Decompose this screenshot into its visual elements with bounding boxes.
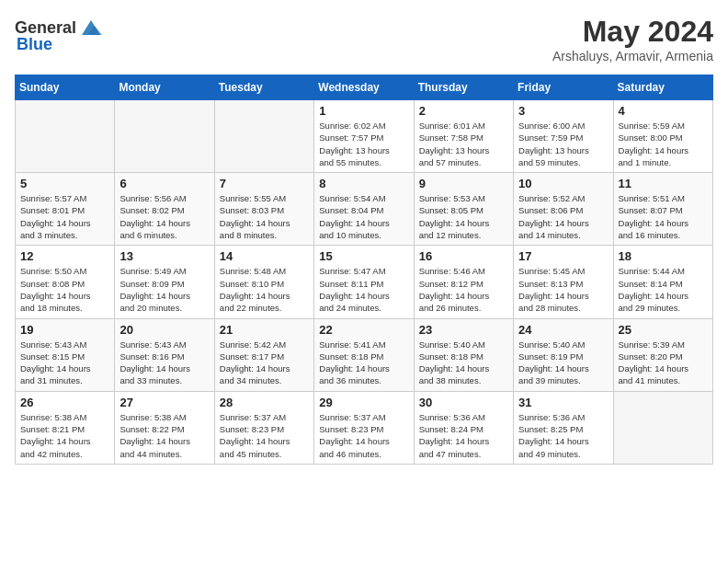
calendar-cell: 14Sunrise: 5:48 AM Sunset: 8:10 PM Dayli… [214, 246, 313, 318]
calendar-cell: 18Sunrise: 5:44 AM Sunset: 8:14 PM Dayli… [613, 246, 712, 318]
logo: General Blue [15, 15, 104, 54]
day-info: Sunrise: 6:01 AM Sunset: 7:58 PM Dayligh… [419, 120, 508, 168]
day-info: Sunrise: 5:52 AM Sunset: 8:06 PM Dayligh… [518, 192, 608, 241]
day-info: Sunrise: 5:38 AM Sunset: 8:22 PM Dayligh… [119, 411, 209, 460]
day-number: 11 [619, 177, 708, 190]
weekday-header-friday: Friday [514, 75, 613, 100]
day-number: 18 [619, 249, 708, 263]
calendar-cell: 15Sunrise: 5:47 AM Sunset: 8:11 PM Dayli… [314, 246, 414, 318]
calendar-week-row: 1Sunrise: 6:02 AM Sunset: 7:57 PM Daylig… [16, 100, 713, 173]
weekday-header-monday: Monday [115, 75, 214, 100]
day-number: 8 [319, 177, 408, 190]
calendar-cell: 9Sunrise: 5:53 AM Sunset: 8:05 PM Daylig… [414, 173, 513, 246]
calendar-cell: 11Sunrise: 5:51 AM Sunset: 8:07 PM Dayli… [613, 173, 712, 246]
day-info: Sunrise: 5:49 AM Sunset: 8:09 PM Dayligh… [119, 265, 209, 314]
calendar-cell: 7Sunrise: 5:55 AM Sunset: 8:03 PM Daylig… [214, 173, 313, 246]
day-number: 15 [319, 249, 408, 263]
day-info: Sunrise: 5:45 AM Sunset: 8:13 PM Dayligh… [518, 265, 608, 314]
day-number: 12 [20, 249, 109, 263]
day-info: Sunrise: 5:36 AM Sunset: 8:24 PM Dayligh… [419, 411, 508, 460]
calendar-header-row: SundayMondayTuesdayWednesdayThursdayFrid… [16, 75, 713, 100]
day-info: Sunrise: 5:38 AM Sunset: 8:21 PM Dayligh… [20, 411, 109, 460]
calendar-cell: 17Sunrise: 5:45 AM Sunset: 8:13 PM Dayli… [514, 246, 613, 318]
day-info: Sunrise: 5:57 AM Sunset: 8:01 PM Dayligh… [20, 192, 109, 241]
day-number: 5 [20, 177, 109, 190]
day-number: 28 [220, 396, 309, 409]
day-number: 29 [319, 396, 408, 409]
day-number: 6 [119, 177, 209, 190]
day-info: Sunrise: 5:51 AM Sunset: 8:07 PM Dayligh… [619, 192, 708, 241]
calendar-cell: 30Sunrise: 5:36 AM Sunset: 8:24 PM Dayli… [414, 391, 513, 464]
location-subtitle: Arshaluys, Armavir, Armenia [552, 49, 713, 63]
day-number: 25 [619, 323, 708, 337]
day-number: 22 [319, 323, 408, 337]
month-year-title: May 2024 [552, 15, 713, 49]
day-info: Sunrise: 5:48 AM Sunset: 8:10 PM Dayligh… [220, 265, 309, 314]
day-info: Sunrise: 5:40 AM Sunset: 8:18 PM Dayligh… [419, 339, 508, 387]
day-info: Sunrise: 5:42 AM Sunset: 8:17 PM Dayligh… [220, 339, 309, 387]
day-info: Sunrise: 5:39 AM Sunset: 8:20 PM Dayligh… [619, 339, 708, 387]
day-number: 9 [419, 177, 508, 190]
day-info: Sunrise: 5:47 AM Sunset: 8:11 PM Dayligh… [319, 265, 408, 314]
day-number: 13 [119, 249, 209, 263]
day-number: 2 [419, 104, 508, 118]
calendar-cell: 12Sunrise: 5:50 AM Sunset: 8:08 PM Dayli… [16, 246, 115, 318]
calendar-cell: 28Sunrise: 5:37 AM Sunset: 8:23 PM Dayli… [214, 391, 313, 464]
weekday-header-tuesday: Tuesday [214, 75, 313, 100]
calendar-cell: 24Sunrise: 5:40 AM Sunset: 8:19 PM Dayli… [514, 318, 613, 391]
calendar-cell [613, 391, 712, 464]
day-number: 20 [119, 323, 209, 337]
day-number: 7 [220, 177, 309, 190]
day-info: Sunrise: 5:54 AM Sunset: 8:04 PM Dayligh… [319, 192, 408, 241]
calendar-cell: 27Sunrise: 5:38 AM Sunset: 8:22 PM Dayli… [115, 391, 214, 464]
logo-icon [78, 15, 104, 40]
calendar-cell [16, 100, 115, 173]
calendar-cell: 2Sunrise: 6:01 AM Sunset: 7:58 PM Daylig… [414, 100, 513, 173]
weekday-header-wednesday: Wednesday [314, 75, 414, 100]
calendar-cell [214, 100, 313, 173]
calendar-cell: 23Sunrise: 5:40 AM Sunset: 8:18 PM Dayli… [414, 318, 513, 391]
day-number: 24 [518, 323, 608, 337]
calendar-cell: 21Sunrise: 5:42 AM Sunset: 8:17 PM Dayli… [214, 318, 313, 391]
calendar-week-row: 19Sunrise: 5:43 AM Sunset: 8:15 PM Dayli… [16, 318, 713, 391]
day-number: 17 [518, 249, 608, 263]
calendar-cell: 22Sunrise: 5:41 AM Sunset: 8:18 PM Dayli… [314, 318, 414, 391]
day-info: Sunrise: 5:59 AM Sunset: 8:00 PM Dayligh… [619, 120, 708, 168]
calendar-cell: 1Sunrise: 6:02 AM Sunset: 7:57 PM Daylig… [314, 100, 414, 173]
calendar-cell: 29Sunrise: 5:37 AM Sunset: 8:23 PM Dayli… [314, 391, 414, 464]
calendar-cell: 16Sunrise: 5:46 AM Sunset: 8:12 PM Dayli… [414, 246, 513, 318]
day-number: 16 [419, 249, 508, 263]
day-info: Sunrise: 6:00 AM Sunset: 7:59 PM Dayligh… [518, 120, 608, 168]
weekday-header-thursday: Thursday [414, 75, 513, 100]
day-number: 19 [20, 323, 109, 337]
calendar-cell: 5Sunrise: 5:57 AM Sunset: 8:01 PM Daylig… [16, 173, 115, 246]
day-info: Sunrise: 5:43 AM Sunset: 8:16 PM Dayligh… [119, 339, 209, 387]
title-area: May 2024 Arshaluys, Armavir, Armenia [552, 15, 713, 63]
calendar-cell: 3Sunrise: 6:00 AM Sunset: 7:59 PM Daylig… [514, 100, 613, 173]
day-number: 3 [518, 104, 608, 118]
day-number: 26 [20, 396, 109, 409]
day-number: 14 [220, 249, 309, 263]
calendar-cell: 4Sunrise: 5:59 AM Sunset: 8:00 PM Daylig… [613, 100, 712, 173]
day-info: Sunrise: 5:37 AM Sunset: 8:23 PM Dayligh… [220, 411, 309, 460]
calendar-cell: 26Sunrise: 5:38 AM Sunset: 8:21 PM Dayli… [16, 391, 115, 464]
weekday-header-saturday: Saturday [613, 75, 712, 100]
day-number: 23 [419, 323, 508, 337]
day-info: Sunrise: 5:55 AM Sunset: 8:03 PM Dayligh… [220, 192, 309, 241]
day-info: Sunrise: 5:40 AM Sunset: 8:19 PM Dayligh… [518, 339, 608, 387]
calendar-cell [115, 100, 214, 173]
calendar-cell: 10Sunrise: 5:52 AM Sunset: 8:06 PM Dayli… [514, 173, 613, 246]
day-info: Sunrise: 5:41 AM Sunset: 8:18 PM Dayligh… [319, 339, 408, 387]
header: General Blue May 2024 Arshaluys, Armavir… [15, 15, 713, 63]
day-info: Sunrise: 5:50 AM Sunset: 8:08 PM Dayligh… [20, 265, 109, 314]
day-number: 27 [119, 396, 209, 409]
calendar-cell: 13Sunrise: 5:49 AM Sunset: 8:09 PM Dayli… [115, 246, 214, 318]
calendar-cell: 20Sunrise: 5:43 AM Sunset: 8:16 PM Dayli… [115, 318, 214, 391]
calendar-table: SundayMondayTuesdayWednesdayThursdayFrid… [15, 75, 713, 465]
day-number: 10 [518, 177, 608, 190]
day-number: 31 [518, 396, 608, 409]
calendar-cell: 6Sunrise: 5:56 AM Sunset: 8:02 PM Daylig… [115, 173, 214, 246]
day-info: Sunrise: 5:56 AM Sunset: 8:02 PM Dayligh… [119, 192, 209, 241]
calendar-cell: 19Sunrise: 5:43 AM Sunset: 8:15 PM Dayli… [16, 318, 115, 391]
calendar-cell: 8Sunrise: 5:54 AM Sunset: 8:04 PM Daylig… [314, 173, 414, 246]
